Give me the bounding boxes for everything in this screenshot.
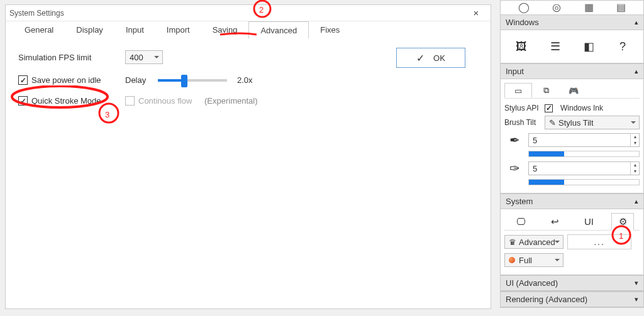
tab-content-advanced: Simulation FPS limit 400 Save power on i… bbox=[6, 39, 396, 308]
delay-slider[interactable] bbox=[158, 79, 227, 82]
browse-button[interactable]: ... bbox=[567, 234, 631, 249]
collapse-icon[interactable]: ▴ bbox=[635, 67, 638, 75]
windows-ink-checkbox[interactable] bbox=[545, 104, 553, 112]
panel-ui-advanced: UI (Advanced) ▾ bbox=[500, 275, 644, 291]
continuous-flow-label: Continous flow bbox=[138, 96, 192, 106]
system-tab-undo[interactable]: ↩ bbox=[544, 216, 567, 227]
detail-value: Full bbox=[519, 256, 532, 265]
fps-limit-label: Simulation FPS limit bbox=[18, 53, 125, 62]
tilt-b-input[interactable]: 5 ▴▾ bbox=[528, 161, 640, 175]
tab-import[interactable]: Import bbox=[155, 21, 201, 39]
save-power-checkbox[interactable] bbox=[18, 75, 28, 85]
calendar-icon[interactable]: ▤ bbox=[616, 1, 626, 13]
settings-window: System Settings × General Display Input … bbox=[5, 4, 491, 309]
tab-advanced[interactable]: Advanced bbox=[248, 21, 309, 39]
quick-stroke-checkbox[interactable] bbox=[18, 96, 28, 106]
expand-icon[interactable]: ▾ bbox=[635, 279, 638, 287]
panel-system-title: System bbox=[506, 197, 533, 206]
windows-ink-label: Windows Ink bbox=[560, 104, 603, 112]
detail-select[interactable]: Full bbox=[504, 253, 564, 267]
tab-fixes[interactable]: Fixes bbox=[309, 21, 351, 39]
grid-icon[interactable]: ▦ bbox=[584, 1, 594, 13]
panel-input: Input ▴ ▭ ⧉ 🎮 Stylus API Windows Ink Bru… bbox=[500, 63, 644, 193]
delay-label: Delay bbox=[125, 75, 152, 85]
brush-tilt-value: Stylus Tilt bbox=[558, 118, 594, 128]
ok-label: OK bbox=[433, 53, 445, 63]
pen-b-icon: ✑ bbox=[504, 161, 525, 176]
top-icon-strip: ◯ ◎ ▦ ▤ bbox=[500, 0, 644, 14]
window-title: System Settings bbox=[9, 9, 465, 18]
tilt-b-spinner[interactable]: ▴▾ bbox=[630, 162, 639, 175]
system-tab-monitor[interactable]: 🖵 bbox=[510, 216, 533, 227]
delay-value: 2.0x bbox=[237, 75, 253, 85]
panel-system: System ▴ 🖵 ↩ UI ⚙ ♛ Advanced ... Full bbox=[500, 193, 644, 275]
delay-slider-thumb[interactable] bbox=[181, 75, 187, 87]
panel-ui-advanced-header[interactable]: UI (Advanced) ▾ bbox=[501, 276, 643, 291]
panel-rendering-advanced-header[interactable]: Rendering (Advanced) ▾ bbox=[501, 292, 643, 307]
expand-icon[interactable]: ▾ bbox=[635, 295, 638, 303]
check-icon: ✓ bbox=[416, 52, 425, 64]
tab-input[interactable]: Input bbox=[114, 21, 155, 39]
image-icon[interactable]: 🖼 bbox=[513, 38, 530, 55]
preset-value: Advanced bbox=[519, 237, 555, 247]
panel-windows-title: Windows bbox=[506, 18, 539, 27]
tilt-a-bar bbox=[528, 151, 640, 157]
system-tab-ui[interactable]: UI bbox=[577, 216, 600, 227]
tab-saving[interactable]: Saving bbox=[201, 21, 249, 39]
quick-stroke-label: Quick Stroke Mode bbox=[31, 96, 101, 106]
preset-select[interactable]: ♛ Advanced bbox=[504, 235, 564, 249]
pen-a-icon: ✒ bbox=[504, 133, 525, 148]
input-tab-tablet[interactable]: ▭ bbox=[504, 83, 532, 98]
circle-icon[interactable]: ◯ bbox=[518, 1, 530, 13]
panel-rendering-advanced-title: Rendering (Advanced) bbox=[506, 295, 587, 304]
fps-limit-select[interactable]: 400 bbox=[125, 50, 163, 64]
tilt-icon: ✎ bbox=[549, 118, 556, 128]
tab-display[interactable]: Display bbox=[65, 21, 114, 39]
fps-limit-value: 400 bbox=[130, 53, 143, 62]
system-tab-gear[interactable]: ⚙ bbox=[611, 213, 634, 231]
tilt-a-input[interactable]: 5 ▴▾ bbox=[528, 133, 640, 147]
titlebar: System Settings × bbox=[6, 5, 491, 21]
panel-input-header[interactable]: Input ▴ bbox=[501, 64, 643, 79]
panel-input-title: Input bbox=[506, 67, 524, 76]
tilt-a-spinner[interactable]: ▴▾ bbox=[630, 134, 639, 146]
brush-tilt-label: Brush Tilt bbox=[504, 118, 541, 127]
ok-button[interactable]: ✓ OK bbox=[396, 48, 465, 68]
tilt-b-bar bbox=[528, 179, 640, 185]
input-tab-devices[interactable]: ⧉ bbox=[532, 83, 560, 98]
collapse-icon[interactable]: ▴ bbox=[635, 18, 638, 26]
stylus-api-label: Stylus API bbox=[504, 104, 541, 112]
tilt-b-value: 5 bbox=[533, 164, 537, 173]
delay-slider-fill bbox=[158, 79, 184, 82]
tilt-a-value: 5 bbox=[533, 136, 537, 145]
close-icon[interactable]: × bbox=[465, 8, 487, 18]
crown-icon: ♛ bbox=[509, 237, 516, 247]
panel-windows: Windows ▴ 🖼 ☰ ◧ ? bbox=[500, 14, 644, 63]
panel-rendering-advanced: Rendering (Advanced) ▾ bbox=[500, 291, 644, 308]
target-icon[interactable]: ◎ bbox=[552, 1, 561, 13]
panel-ui-advanced-title: UI (Advanced) bbox=[506, 278, 558, 288]
panel-system-header[interactable]: System ▴ bbox=[501, 194, 643, 209]
gradient-icon[interactable]: ◧ bbox=[580, 38, 597, 55]
tab-general[interactable]: General bbox=[13, 21, 65, 39]
save-power-label: Save power on idle bbox=[31, 75, 101, 85]
side-panels: ◯ ◎ ▦ ▤ Windows ▴ 🖼 ☰ ◧ ? Input ▴ ▭ ⧉ bbox=[500, 0, 644, 316]
sphere-icon bbox=[509, 257, 515, 263]
collapse-icon[interactable]: ▴ bbox=[635, 197, 638, 205]
help-icon[interactable]: ? bbox=[614, 38, 631, 55]
input-tab-gamepad[interactable]: 🎮 bbox=[560, 83, 587, 98]
experimental-label: (Experimental) bbox=[204, 96, 258, 106]
brush-tilt-select[interactable]: ✎ Stylus Tilt bbox=[545, 116, 640, 129]
continuous-flow-checkbox[interactable] bbox=[125, 96, 135, 106]
list-icon[interactable]: ☰ bbox=[547, 38, 564, 55]
panel-windows-header[interactable]: Windows ▴ bbox=[501, 15, 643, 30]
tabs: General Display Input Import Saving Adva… bbox=[6, 21, 491, 39]
